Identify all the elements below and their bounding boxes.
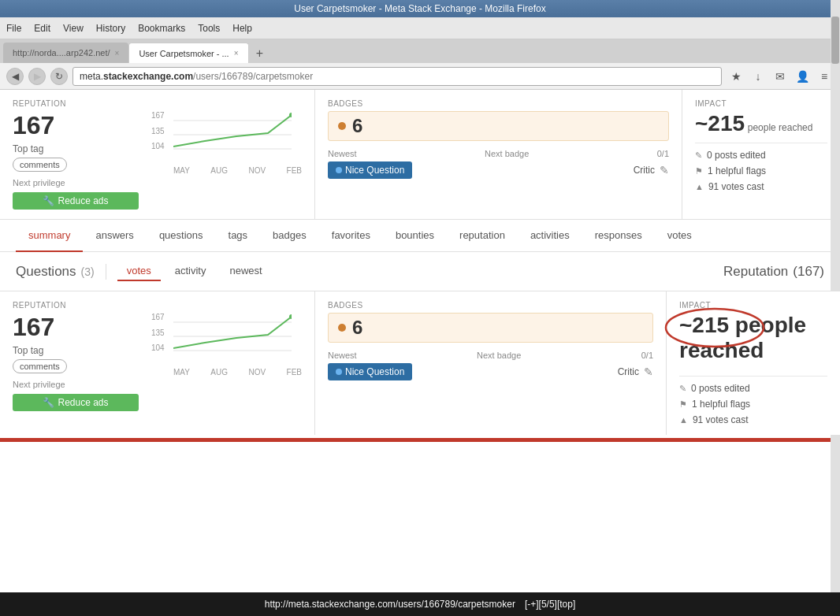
bottom-posts-edited-text: 0 posts edited: [691, 383, 750, 394]
bottom-badge-edit-icon[interactable]: ✎: [644, 366, 653, 378]
nav-forward-button[interactable]: ▶: [28, 68, 46, 85]
tab-close-inactive[interactable]: ×: [115, 49, 120, 58]
badges-panel: BADGES 6 Newest Next badge 0/1 Nice Ques…: [315, 90, 682, 219]
avatar-icon[interactable]: 👤: [793, 67, 812, 86]
menu-bookmarks[interactable]: Bookmarks: [138, 23, 185, 34]
tab-carpetsmoker-label: User Carpetsmoker - ...: [139, 49, 229, 58]
browser-title: User Carpetsmoker - Meta Stack Exchange …: [294, 3, 545, 14]
menu-tools[interactable]: Tools: [198, 23, 220, 34]
tab-questions[interactable]: questions: [147, 220, 216, 252]
impact-divider: [695, 143, 827, 143]
next-badge-name: Critic: [634, 165, 655, 176]
status-url: http://meta.stackexchange.com/users/1667…: [265, 599, 515, 610]
nav-refresh-button[interactable]: ↻: [50, 68, 68, 85]
tab-close-active[interactable]: ×: [234, 49, 239, 58]
nav-back-button[interactable]: ◀: [6, 68, 24, 85]
bottom-rep-row: 167 Top tag comments Next privilege 🔧 Re…: [13, 313, 302, 411]
tab-carpetsmoker[interactable]: User Carpetsmoker - ... ×: [128, 43, 248, 63]
tab-activities[interactable]: activities: [518, 220, 582, 252]
tab-new-button[interactable]: +: [252, 46, 268, 61]
tab-bounties[interactable]: bounties: [383, 220, 447, 252]
sparkline-chart: [173, 111, 292, 150]
bottom-top-tag-pill[interactable]: comments: [13, 359, 67, 373]
badge-buttons-row: Nice Question Critic ✎: [328, 161, 669, 179]
bottom-posts-edited-row: ✎ 0 posts edited: [679, 383, 827, 394]
posts-edited-row: ✎ 0 posts edited: [695, 150, 827, 161]
menu-edit[interactable]: Edit: [34, 23, 50, 34]
bottom-badges-label: BADGES: [328, 301, 653, 310]
menu-help[interactable]: Help: [232, 23, 252, 34]
top-tag-pill[interactable]: comments: [13, 158, 67, 172]
questions-title-area: Questions (3) votes activity newest: [16, 262, 272, 281]
chart-x-may: MAY: [173, 166, 190, 175]
reputation-label: REPUTATION: [13, 99, 302, 108]
badge-dot-bronze: [338, 122, 346, 130]
subtab-activity[interactable]: activity: [165, 262, 216, 281]
bottom-rep-panel: REPUTATION 167 Top tag comments Next pri…: [0, 291, 315, 435]
bottom-impact-panel: IMPACT ~215 people reached ✎ 0 posts edi…: [667, 291, 840, 435]
tab-norddarp-label: http://norda....arp242.net/: [13, 48, 110, 58]
chart-x-feb: FEB: [287, 166, 302, 175]
impact-label: IMPACT: [695, 99, 827, 108]
bottom-newest-badge-btn[interactable]: Nice Question: [328, 363, 412, 380]
chart-x-aug: AUG: [210, 166, 228, 175]
tab-tags[interactable]: tags: [216, 220, 261, 252]
bottom-next-badge-label: Next badge: [477, 351, 521, 360]
badges-label: BADGES: [328, 99, 669, 108]
bottom-wrench-icon: 🔧: [43, 397, 54, 408]
menu-history[interactable]: History: [96, 23, 125, 34]
menu-file[interactable]: File: [6, 23, 21, 34]
bookmark-icon[interactable]: ★: [727, 67, 745, 86]
bottom-badge-btn-dot: [336, 369, 342, 375]
subtab-votes[interactable]: votes: [117, 262, 161, 281]
questions-title: Questions: [16, 264, 76, 280]
wrench-icon: 🔧: [43, 195, 54, 206]
tab-answers[interactable]: answers: [83, 220, 146, 252]
address-box[interactable]: meta.stackexchange.com/users/166789/carp…: [72, 67, 722, 86]
tab-votes[interactable]: votes: [655, 220, 704, 252]
browser-tabs: http://norda....arp242.net/ × User Carpe…: [0, 39, 840, 63]
bottom-chart-y-167: 167: [151, 313, 165, 321]
newest-badge-btn[interactable]: Nice Question: [328, 161, 412, 179]
subtab-newest[interactable]: newest: [220, 262, 271, 281]
tab-norddarp[interactable]: http://norda....arp242.net/ ×: [3, 43, 128, 63]
impact-panel: IMPACT ~215 people reached ✎ 0 posts edi…: [682, 90, 840, 219]
impact-number: ~215: [695, 111, 745, 135]
bottom-rep-value: 167: [13, 313, 139, 342]
bottom-privilege-bar[interactable]: 🔧 Reduce ads: [13, 394, 139, 411]
bottom-chart-y-104: 104: [151, 343, 165, 352]
impact-sub: people reached: [748, 122, 813, 133]
tab-reputation[interactable]: reputation: [447, 220, 518, 252]
menu-view[interactable]: View: [63, 23, 84, 34]
bottom-votes-cast-text: 91 votes cast: [693, 414, 749, 425]
newest-label: Newest: [328, 149, 357, 158]
bottom-top-tag-label: Top tag: [13, 345, 139, 356]
bottom-next-badge-fraction: 0/1: [641, 351, 653, 360]
helpful-flags-row: ⚑ 1 helpful flags: [695, 165, 827, 176]
bottom-impact-number: ~215 people reached: [679, 313, 806, 362]
badge-btn-dot: [336, 167, 342, 173]
bottom-flag-icon: ⚑: [679, 399, 687, 410]
rep-row: 167 Top tag comments Next privilege 🔧 Re…: [13, 111, 302, 210]
top-panels: REPUTATION 167 Top tag comments Next pri…: [0, 90, 840, 220]
tab-summary[interactable]: summary: [16, 220, 83, 252]
chart-x-nov: NOV: [248, 166, 266, 175]
pencil-icon: ✎: [695, 150, 702, 161]
tab-favorites[interactable]: favorites: [319, 220, 383, 252]
tab-responses[interactable]: responses: [582, 220, 655, 252]
bottom-chart-y-135: 135: [151, 328, 165, 337]
page-content: REPUTATION 167 Top tag comments Next pri…: [0, 90, 840, 592]
nav-tabs: summary answers questions tags badges fa…: [0, 220, 840, 252]
section-header: Questions (3) votes activity newest Repu…: [0, 252, 840, 291]
privilege-bar[interactable]: 🔧 Reduce ads: [13, 192, 139, 210]
rep-left: 167 Top tag comments Next privilege 🔧 Re…: [13, 111, 139, 210]
bottom-chart-x-aug: AUG: [210, 368, 228, 377]
reputation-section-value: (167): [793, 264, 824, 280]
impact-reach-row: ~215 people reached: [695, 111, 827, 136]
badge-edit-icon[interactable]: ✎: [660, 164, 669, 176]
tab-badges[interactable]: badges: [260, 220, 319, 252]
bottom-pencil-icon: ✎: [679, 384, 686, 394]
reputation-value: 167: [13, 111, 139, 140]
download-icon[interactable]: ↓: [749, 67, 768, 86]
reader-icon[interactable]: ✉: [771, 67, 790, 86]
